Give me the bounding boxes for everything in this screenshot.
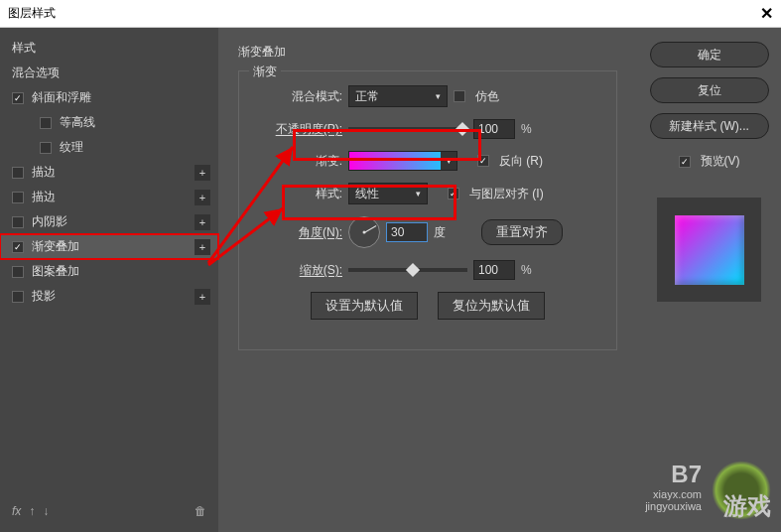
sidebar-item-label: 投影 bbox=[32, 288, 56, 305]
watermark: B7 xiayx.com jingyouxiwa 游戏 bbox=[712, 461, 771, 522]
style-select[interactable]: 线性 ▾ bbox=[348, 183, 428, 204]
checkbox-icon[interactable] bbox=[12, 291, 24, 303]
angle-unit: 度 bbox=[434, 224, 446, 241]
checkbox-icon[interactable] bbox=[40, 117, 52, 129]
sidebar-item-stroke-2[interactable]: 描边 + bbox=[0, 185, 218, 209]
style-label: 样式: bbox=[257, 186, 342, 202]
checkbox-icon[interactable] bbox=[12, 241, 24, 253]
sidebar-item-pattern-overlay[interactable]: 图案叠加 bbox=[0, 259, 218, 284]
checkbox-icon[interactable] bbox=[12, 167, 24, 179]
set-default-button[interactable]: 设置为默认值 bbox=[311, 292, 418, 320]
sidebar-item-contour[interactable]: 等高线 bbox=[0, 110, 218, 135]
right-panel: 确定 复位 新建样式 (W)... 预览(V) bbox=[637, 28, 781, 532]
preview-label: 预览(V) bbox=[701, 153, 740, 170]
chevron-down-icon: ▾ bbox=[416, 189, 421, 199]
arrow-down-icon[interactable]: ↓ bbox=[43, 504, 49, 518]
sidebar-item-label: 等高线 bbox=[60, 114, 95, 131]
sidebar-item-label: 图案叠加 bbox=[32, 263, 79, 280]
close-icon[interactable]: ✕ bbox=[760, 4, 773, 23]
sidebar-blend-options[interactable]: 混合选项 bbox=[0, 61, 218, 85]
plus-icon[interactable]: + bbox=[195, 190, 210, 205]
checkbox-icon[interactable] bbox=[12, 192, 24, 203]
scale-slider[interactable] bbox=[348, 268, 467, 272]
sidebar-item-stroke-1[interactable]: 描边 + bbox=[0, 160, 218, 185]
reset-align-button[interactable]: 重置对齐 bbox=[481, 219, 563, 245]
new-style-button[interactable]: 新建样式 (W)... bbox=[650, 113, 769, 139]
percent-label: % bbox=[521, 263, 532, 277]
arrow-up-icon[interactable]: ↑ bbox=[29, 504, 35, 518]
reset-button[interactable]: 复位 bbox=[650, 77, 769, 103]
sidebar-item-label: 斜面和浮雕 bbox=[32, 89, 91, 106]
sidebar-item-drop-shadow[interactable]: 投影 + bbox=[0, 284, 218, 309]
sidebar-item-label: 渐变叠加 bbox=[32, 238, 79, 255]
ok-button[interactable]: 确定 bbox=[650, 42, 769, 67]
checkbox-icon[interactable] bbox=[12, 216, 24, 228]
opacity-input[interactable]: 100 bbox=[473, 119, 515, 139]
opacity-label: 不透明度(P): bbox=[257, 121, 342, 138]
fieldset-legend: 渐变 bbox=[249, 64, 281, 80]
options-panel: 渐变叠加 渐变 混合模式: 正常 ▾ 仿色 不透明度(P): 100 % 渐变: bbox=[218, 28, 637, 532]
plus-icon[interactable]: + bbox=[195, 214, 210, 230]
dither-label: 仿色 bbox=[475, 88, 499, 105]
plus-icon[interactable]: + bbox=[195, 165, 210, 181]
reset-default-button[interactable]: 复位为默认值 bbox=[438, 292, 545, 320]
sidebar-item-label: 描边 bbox=[32, 164, 56, 181]
gradient-picker[interactable]: ▾ bbox=[348, 151, 457, 171]
opacity-slider[interactable] bbox=[348, 127, 467, 131]
chevron-down-icon[interactable]: ▾ bbox=[441, 152, 456, 170]
angle-label: 角度(N): bbox=[257, 224, 342, 241]
plus-icon[interactable]: + bbox=[195, 289, 210, 305]
checkbox-icon[interactable] bbox=[12, 266, 24, 278]
trash-icon[interactable]: 🗑 bbox=[195, 504, 206, 518]
checkbox-icon[interactable] bbox=[40, 142, 52, 154]
chevron-down-icon: ▾ bbox=[436, 91, 441, 101]
preview-checkbox[interactable] bbox=[679, 156, 691, 168]
angle-input[interactable]: 30 bbox=[386, 222, 428, 242]
gradient-fieldset: 渐变 混合模式: 正常 ▾ 仿色 不透明度(P): 100 % 渐变: ▾ bbox=[238, 70, 617, 350]
reverse-label: 反向 (R) bbox=[499, 153, 543, 170]
sidebar-item-label: 内阴影 bbox=[32, 213, 67, 230]
titlebar: 图层样式 ✕ bbox=[0, 0, 781, 28]
scale-input[interactable]: 100 bbox=[473, 260, 515, 280]
fx-icon[interactable]: fx bbox=[12, 504, 21, 518]
blend-mode-label: 混合模式: bbox=[257, 88, 342, 105]
align-checkbox[interactable] bbox=[448, 188, 459, 200]
panel-title: 渐变叠加 bbox=[238, 44, 617, 61]
sidebar-item-bevel[interactable]: 斜面和浮雕 bbox=[0, 85, 218, 110]
blend-mode-select[interactable]: 正常 ▾ bbox=[348, 85, 448, 107]
sidebar-item-label: 描边 bbox=[32, 189, 56, 205]
angle-dial[interactable] bbox=[348, 216, 380, 248]
scale-label: 缩放(S): bbox=[257, 262, 342, 279]
gradient-label: 渐变: bbox=[257, 153, 342, 170]
sidebar-footer: fx ↑ ↓ 🗑 bbox=[0, 498, 218, 524]
percent-label: % bbox=[521, 122, 532, 136]
checkbox-icon[interactable] bbox=[12, 92, 24, 104]
window-title: 图层样式 bbox=[8, 5, 56, 22]
styles-sidebar: 样式 混合选项 斜面和浮雕 等高线 纹理 描边 + 描边 + 内阴影 + bbox=[0, 28, 218, 532]
sidebar-item-gradient-overlay[interactable]: 渐变叠加 + bbox=[0, 234, 218, 259]
dither-checkbox[interactable] bbox=[454, 90, 465, 102]
align-label: 与图层对齐 (I) bbox=[469, 186, 544, 202]
sidebar-styles-header[interactable]: 样式 bbox=[0, 36, 218, 61]
sidebar-item-texture[interactable]: 纹理 bbox=[0, 135, 218, 160]
sidebar-item-label: 纹理 bbox=[60, 139, 83, 156]
plus-icon[interactable]: + bbox=[195, 239, 210, 255]
sidebar-item-inner-shadow[interactable]: 内阴影 + bbox=[0, 209, 218, 234]
preview-thumbnail bbox=[657, 198, 761, 302]
reverse-checkbox[interactable] bbox=[477, 155, 489, 167]
